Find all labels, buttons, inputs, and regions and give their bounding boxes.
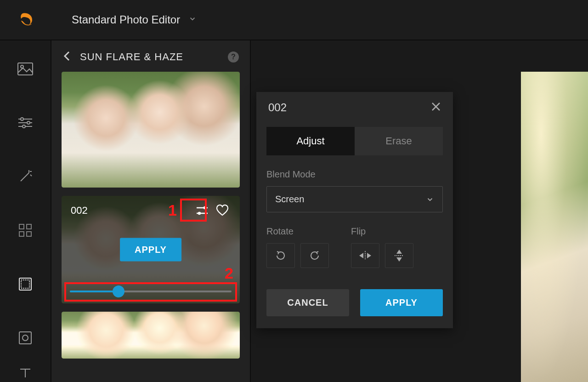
dialog-title: 002 (268, 101, 431, 114)
svg-line-11 (30, 175, 32, 176)
tab-adjust[interactable]: Adjust (266, 127, 355, 155)
svg-point-5 (27, 121, 30, 124)
effect-id-label: 002 (71, 205, 194, 217)
favorite-button[interactable] (214, 202, 231, 219)
svg-rect-17 (21, 280, 29, 288)
cancel-button[interactable]: CANCEL (266, 289, 349, 316)
svg-line-8 (21, 173, 29, 181)
flip-horizontal-button[interactable] (351, 243, 379, 268)
tool-rail (0, 40, 51, 382)
blend-mode-select[interactable]: Screen (266, 186, 443, 212)
rail-grid-icon[interactable] (16, 221, 34, 239)
svg-marker-32 (396, 250, 402, 254)
svg-marker-30 (367, 253, 371, 258)
flip-label: Flip (351, 226, 413, 237)
app-title[interactable]: Standard Photo Editor (72, 13, 180, 26)
effects-panel: SUN FLARE & HAZE ? 002 (51, 40, 251, 382)
svg-point-25 (198, 212, 200, 214)
apply-button[interactable]: APPLY (360, 289, 443, 316)
app-logo (18, 11, 35, 28)
effect-apply-button[interactable]: APPLY (120, 238, 181, 262)
svg-point-19 (23, 335, 28, 341)
rotate-label: Rotate (266, 226, 329, 237)
panel-title: SUN FLARE & HAZE (80, 51, 228, 63)
svg-rect-18 (19, 332, 31, 344)
rail-overlays-icon[interactable] (16, 275, 34, 293)
svg-point-7 (23, 125, 25, 128)
svg-marker-33 (396, 257, 402, 262)
close-icon[interactable] (431, 102, 441, 114)
effect-card-002[interactable]: 002 APPLY (62, 196, 240, 303)
svg-rect-0 (18, 63, 33, 75)
rail-image-icon[interactable] (16, 60, 34, 78)
top-bar: Standard Photo Editor (0, 0, 588, 40)
help-icon[interactable]: ? (228, 51, 239, 63)
svg-rect-15 (27, 232, 31, 236)
rail-wand-icon[interactable] (16, 167, 34, 185)
flip-vertical-button[interactable] (385, 243, 413, 268)
svg-rect-14 (19, 232, 24, 236)
chevron-down-icon[interactable] (188, 15, 197, 25)
rail-vignette-icon[interactable] (16, 329, 34, 347)
svg-point-23 (204, 207, 206, 209)
intensity-slider[interactable] (70, 286, 232, 297)
svg-rect-13 (27, 224, 31, 229)
rail-text-icon[interactable] (16, 364, 34, 382)
effect-card-001[interactable] (62, 72, 240, 188)
svg-rect-12 (19, 224, 24, 229)
dialog-tabs: Adjust Erase (266, 127, 443, 155)
rotate-cw-button[interactable] (300, 243, 329, 268)
chevron-down-icon (426, 195, 434, 204)
blend-mode-label: Blend Mode (266, 169, 443, 180)
effect-settings-button[interactable] (194, 202, 210, 219)
main-image-preview (521, 72, 588, 382)
blend-mode-value: Screen (275, 194, 304, 205)
adjust-dialog: 002 Adjust Erase Blend Mode Screen Rotat… (256, 92, 453, 328)
effect-card-003[interactable] (62, 312, 240, 359)
rail-sliders-icon[interactable] (16, 114, 34, 131)
svg-point-3 (21, 118, 23, 120)
rotate-ccw-button[interactable] (266, 243, 295, 268)
svg-marker-29 (359, 253, 363, 258)
tab-erase[interactable]: Erase (355, 127, 443, 155)
back-arrow-icon[interactable] (62, 51, 72, 63)
